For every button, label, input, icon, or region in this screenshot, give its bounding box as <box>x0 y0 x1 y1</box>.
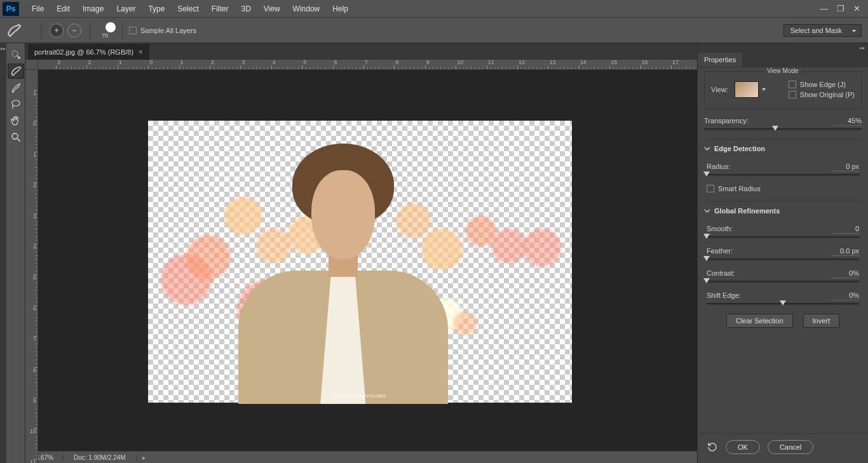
radius-slider[interactable]: Radius:0 px <box>707 163 859 176</box>
minimize-icon[interactable]: — <box>820 4 828 13</box>
contrast-slider[interactable]: Contrast:0% <box>707 269 859 283</box>
menu-window[interactable]: Window <box>287 1 327 17</box>
smooth-value[interactable]: 0 <box>831 225 859 234</box>
restore-icon[interactable]: ❐ <box>837 4 844 13</box>
view-mode-dropdown[interactable] <box>735 81 759 98</box>
smooth-slider[interactable]: Smooth:0 <box>707 225 859 238</box>
document-tab-close-icon[interactable]: × <box>139 48 143 57</box>
subtract-from-selection-icon[interactable]: − <box>67 23 81 37</box>
view-label: View: <box>711 86 728 93</box>
hand-tool[interactable] <box>8 113 24 128</box>
properties-tab[interactable]: Properties <box>698 53 742 67</box>
close-icon[interactable]: ✕ <box>853 4 860 13</box>
view-mode-legend: View Mode <box>763 67 802 74</box>
radius-label: Radius: <box>707 163 730 171</box>
transparency-label: Transparency: <box>704 117 749 126</box>
panel-collapse-icon[interactable]: ◂◂ <box>698 43 868 52</box>
select-and-mask-dropdown[interactable]: Select and Mask <box>783 24 862 37</box>
document-tab-label: portrait02.jpg @ 66.7% (RGB/8) <box>34 48 133 56</box>
transparency-value[interactable]: 45% <box>834 117 862 126</box>
document-area: portrait02.jpg @ 66.7% (RGB/8) × 3210123… <box>25 43 697 463</box>
menu-type[interactable]: Type <box>142 1 171 17</box>
feather-label: Feather: <box>707 247 733 256</box>
reset-icon[interactable] <box>707 441 718 453</box>
document-tab[interactable]: portrait02.jpg @ 66.7% (RGB/8) × <box>28 44 149 60</box>
canvas[interactable]: © TODD OWYOUNG <box>148 121 572 403</box>
cancel-button[interactable]: Cancel <box>768 440 813 454</box>
smart-radius-checkbox[interactable]: Smart Radius <box>707 185 859 192</box>
global-refinements-title: Global Refinements <box>714 207 780 215</box>
contrast-label: Contrast: <box>707 269 735 278</box>
invert-button[interactable]: Invert <box>803 314 840 328</box>
menu-bar: Ps File Edit Image Layer Type Select Fil… <box>0 0 868 18</box>
ruler-horizontal[interactable]: 32101234567891011121314151617 <box>38 60 697 70</box>
transparency-slider[interactable]: Transparency:45% <box>704 117 862 130</box>
show-edge-label: Show Edge (J) <box>800 81 846 88</box>
zoom-tool[interactable] <box>8 130 24 145</box>
brush-size-label: 70 <box>97 32 112 39</box>
menu-view[interactable]: View <box>257 1 287 17</box>
shift-edge-label: Shift Edge: <box>707 292 741 300</box>
options-bar: + − 70 Sample All Layers Select and Mask <box>0 18 868 43</box>
ruler-vertical[interactable]: 101234567891011 <box>25 70 38 463</box>
menu-file[interactable]: File <box>25 1 50 17</box>
edge-detection-title: Edge Detection <box>714 145 765 152</box>
toolbox <box>6 43 25 463</box>
panel-tab-bar: Properties <box>698 52 868 67</box>
menu-image[interactable]: Image <box>76 1 110 17</box>
brush-tool[interactable] <box>8 80 24 95</box>
quick-selection-tool[interactable] <box>8 47 24 62</box>
menu-layer[interactable]: Layer <box>110 1 142 17</box>
shift-edge-slider[interactable]: Shift Edge:0% <box>707 292 859 305</box>
window-controls: — ❐ ✕ <box>820 4 865 13</box>
svg-point-2 <box>12 133 18 139</box>
document-tab-bar: portrait02.jpg @ 66.7% (RGB/8) × <box>25 43 697 60</box>
watermark-text: © TODD OWYOUNG <box>334 393 386 399</box>
left-panel-expand-icon[interactable]: ▸▸ <box>0 43 6 463</box>
current-tool-icon[interactable] <box>6 23 22 38</box>
svg-point-1 <box>12 100 20 106</box>
menu-edit[interactable]: Edit <box>50 1 76 17</box>
feather-slider[interactable]: Feather:0.0 px <box>707 247 859 260</box>
feather-value[interactable]: 0.0 px <box>831 247 859 256</box>
add-to-selection-icon[interactable]: + <box>50 23 64 37</box>
show-original-label: Show Original (P) <box>800 91 855 98</box>
show-edge-checkbox[interactable]: Show Edge (J) <box>789 81 855 88</box>
refine-edge-brush-tool[interactable] <box>8 64 24 79</box>
sample-all-layers-checkbox[interactable]: Sample All Layers <box>129 27 196 34</box>
smart-radius-label: Smart Radius <box>718 185 761 192</box>
global-refinements-header[interactable]: Global Refinements <box>704 201 862 220</box>
canvas-viewport[interactable]: © TODD OWYOUNG <box>38 70 697 451</box>
doc-info[interactable]: Doc: 1.90M/2.24M <box>64 454 137 461</box>
contrast-value[interactable]: 0% <box>831 269 859 278</box>
status-bar: 66.67% Doc: 1.90M/2.24M ▸ <box>25 451 697 463</box>
menu-filter[interactable]: Filter <box>205 1 235 17</box>
view-mode-group: View Mode View: Show Edge (J) Show Origi… <box>704 71 862 109</box>
app-logo: Ps <box>3 2 19 16</box>
menu-3d[interactable]: 3D <box>234 1 257 17</box>
shift-edge-value[interactable]: 0% <box>831 292 859 300</box>
brush-preview[interactable]: 70 <box>97 22 116 39</box>
sample-all-layers-label: Sample All Layers <box>140 27 196 34</box>
menu-select[interactable]: Select <box>171 1 205 17</box>
smooth-label: Smooth: <box>707 225 733 234</box>
clear-selection-button[interactable]: Clear Selection <box>726 314 793 328</box>
radius-value[interactable]: 0 px <box>831 163 859 171</box>
status-expand-icon[interactable]: ▸ <box>137 454 152 461</box>
lasso-tool[interactable] <box>8 97 24 112</box>
ruler-corner <box>25 60 38 70</box>
properties-panel: ◂◂ Properties View Mode View: Show Edge … <box>697 43 868 463</box>
edge-detection-header[interactable]: Edge Detection <box>704 139 862 158</box>
canvas-image: © TODD OWYOUNG <box>148 121 572 403</box>
show-original-checkbox[interactable]: Show Original (P) <box>789 91 855 98</box>
panel-footer: OK Cancel <box>698 433 868 463</box>
menu-help[interactable]: Help <box>326 1 355 17</box>
ok-button[interactable]: OK <box>726 440 760 454</box>
